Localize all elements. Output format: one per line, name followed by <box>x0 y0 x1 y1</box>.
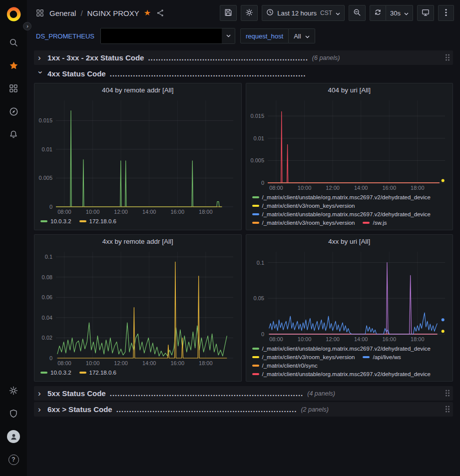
svg-text:10:00: 10:00 <box>86 209 100 215</box>
bell-icon <box>9 130 18 139</box>
starred-dashboards-button[interactable] <box>3 54 24 77</box>
dashboards-button[interactable] <box>3 77 24 100</box>
variable-ds-prometheus-select[interactable] <box>100 28 235 44</box>
variable-ds-prometheus-value <box>101 28 222 43</box>
dashboards-grid-icon <box>9 84 18 93</box>
legend-item[interactable]: /_matrix/client/unstable/org.matrix.msc2… <box>252 371 431 378</box>
configuration-button[interactable] <box>3 379 24 402</box>
grafana-logo-icon[interactable] <box>5 6 22 23</box>
breadcrumb-title[interactable]: NGINX PROXY <box>87 9 139 17</box>
panel-legend: 10.0.3.2172.18.0.6 <box>34 367 241 381</box>
breadcrumb-section[interactable]: General <box>49 9 76 17</box>
panel-title[interactable]: 404 by remote addr [All] <box>34 83 241 97</box>
svg-text:14:00: 14:00 <box>354 185 368 191</box>
gear-icon <box>9 386 18 395</box>
help-button[interactable]: ? <box>3 448 24 471</box>
svg-text:16:00: 16:00 <box>171 360 185 366</box>
variable-ds-prometheus-label[interactable]: DS_PROMETHEUS <box>35 32 95 40</box>
panel-title[interactable]: 404 by uri [All] <box>246 83 453 97</box>
row-5xx[interactable]: › 5xx Status Code ......................… <box>34 386 453 401</box>
top-bar: General / NGINX PROXY ★ <box>27 0 460 26</box>
legend-item[interactable]: /_matrix/client/r0/sync <box>252 362 318 369</box>
breadcrumb-separator: / <box>80 9 82 17</box>
search-button[interactable] <box>3 31 24 54</box>
legend-item[interactable]: /_matrix/client/unstable/org.matrix.msc2… <box>252 194 431 201</box>
svg-text:18:00: 18:00 <box>411 336 425 342</box>
gear-icon <box>245 8 253 18</box>
variable-request-host-label[interactable]: request_host <box>240 28 289 43</box>
legend-item[interactable]: /_matrix/client/v3/room_keys/version <box>252 219 355 226</box>
svg-text:18:00: 18:00 <box>199 360 213 366</box>
row-title: 5xx Status Code <box>47 389 106 398</box>
svg-text:10:00: 10:00 <box>86 360 100 366</box>
chevron-down-icon: › <box>36 71 45 76</box>
svg-text:0: 0 <box>49 204 52 210</box>
legend-item[interactable]: /sw.js <box>363 219 387 226</box>
time-series-chart[interactable]: 08:0010:0012:0014:0016:0018:0000.050.1 <box>249 248 450 343</box>
chevron-down-icon <box>404 9 409 17</box>
svg-text:14:00: 14:00 <box>142 360 156 366</box>
time-series-chart[interactable]: 08:0010:0012:0014:0016:0018:0000.020.040… <box>37 248 238 367</box>
variable-request-host-value: All <box>294 32 301 40</box>
clock-icon <box>266 8 274 17</box>
drag-handle-icon[interactable] <box>446 406 451 413</box>
legend-item[interactable]: 172.18.0.6 <box>79 369 116 376</box>
user-avatar[interactable] <box>3 425 24 448</box>
share-icon[interactable] <box>155 9 165 17</box>
drag-handle-icon[interactable] <box>446 54 451 61</box>
row-1xx-3xx-2xx[interactable]: › 1xx - 3xx - 2xx Status Code ..........… <box>34 50 453 65</box>
legend-item[interactable]: /_matrix/client/unstable/org.matrix.msc2… <box>252 345 431 352</box>
panel-title[interactable]: 4xx by uri [All] <box>246 235 453 248</box>
legend-item[interactable]: /api/live/ws <box>363 354 401 361</box>
legend-item[interactable]: /_matrix/client/unstable/org.matrix.msc2… <box>252 211 431 218</box>
row-panel-count: (2 panels) <box>301 406 329 413</box>
svg-text:0.06: 0.06 <box>42 294 52 300</box>
time-series-chart[interactable]: 08:0010:0012:0014:0016:0018:0000.0050.01… <box>249 97 450 192</box>
monitor-icon <box>422 8 430 18</box>
zoom-out-button[interactable] <box>349 5 366 21</box>
sidebar-collapse-button[interactable]: › <box>23 22 31 30</box>
refresh-interval-dropdown[interactable]: 30s <box>386 5 413 21</box>
legend-item[interactable]: 10.0.3.2 <box>40 369 71 376</box>
kebab-menu-icon <box>445 8 447 18</box>
time-series-chart[interactable]: 08:0010:0012:0014:0016:0018:0000.0050.01… <box>37 97 238 216</box>
dashboard-settings-button[interactable] <box>241 5 258 21</box>
time-range-picker[interactable]: Last 12 hours CST <box>262 5 345 21</box>
svg-text:12:00: 12:00 <box>114 360 128 366</box>
drag-handle-icon[interactable] <box>446 390 451 397</box>
row-4xx[interactable]: › 4xx Status Code ......................… <box>34 66 453 81</box>
favorite-star-icon[interactable]: ★ <box>144 9 151 17</box>
legend-item[interactable]: 172.18.0.6 <box>79 218 116 225</box>
legend-item[interactable]: 10.0.3.2 <box>40 218 71 225</box>
svg-text:0.02: 0.02 <box>42 335 52 341</box>
svg-text:10:00: 10:00 <box>297 185 311 191</box>
svg-text:0: 0 <box>261 331 264 337</box>
legend-item[interactable]: /_matrix/client/v3/room_keys/version <box>252 202 355 209</box>
chevron-down-icon <box>336 9 340 17</box>
svg-text:0.005: 0.005 <box>250 157 264 163</box>
panel-title[interactable]: 4xx by remote addr [All] <box>34 235 241 248</box>
grafana-app: ? › General / NGINX PROXY ★ <box>0 0 460 476</box>
refresh-button[interactable] <box>370 5 386 21</box>
svg-text:16:00: 16:00 <box>382 185 396 191</box>
row-leader-dots: ........................................… <box>148 53 308 62</box>
server-admin-button[interactable] <box>3 402 24 425</box>
cycle-view-mode-button[interactable] <box>417 5 434 21</box>
row-6xx[interactable]: › 6xx > Status Code ....................… <box>34 402 453 417</box>
legend-item[interactable]: /_matrix/client/v3/room_keys/version <box>252 354 355 361</box>
more-options-button[interactable] <box>438 5 454 21</box>
svg-text:10:00: 10:00 <box>297 336 311 342</box>
dashboard-body: › 1xx - 3xx - 2xx Status Code ..........… <box>27 49 460 476</box>
svg-text:12:00: 12:00 <box>326 336 340 342</box>
svg-text:16:00: 16:00 <box>382 336 396 342</box>
refresh-icon <box>374 8 382 17</box>
toolbar: Last 12 hours CST <box>220 5 454 21</box>
star-icon <box>9 61 18 70</box>
save-dashboard-button[interactable] <box>220 5 237 21</box>
alerting-button[interactable] <box>3 123 24 146</box>
svg-text:18:00: 18:00 <box>199 209 213 215</box>
variable-request-host-select[interactable]: All <box>289 28 315 43</box>
panel-legend: 10.0.3.2172.18.0.6 <box>34 216 241 230</box>
row-panel-count: (4 panels) <box>307 390 335 397</box>
explore-button[interactable] <box>3 100 24 123</box>
